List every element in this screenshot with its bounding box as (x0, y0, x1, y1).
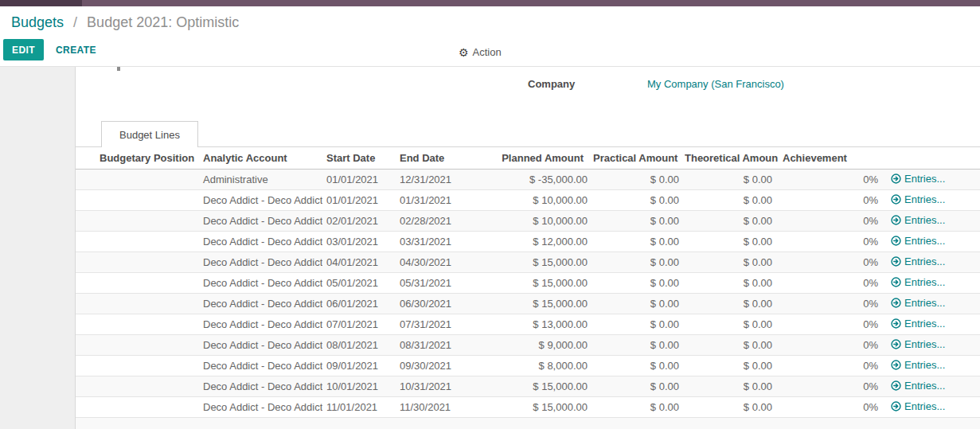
entries-link[interactable]: Entries... (891, 400, 945, 412)
cell-analytic-account[interactable]: Deco Addict - Deco Addict (199, 355, 322, 376)
cell-theoretical-amount[interactable]: $ 0.00 (685, 293, 778, 314)
cell-budgetary-position[interactable] (76, 210, 199, 231)
budget-line-row[interactable]: Deco Addict - Deco Addict 11/01/2021 11/… (76, 396, 980, 417)
entries-link[interactable]: Entries... (891, 235, 945, 247)
cell-theoretical-amount[interactable]: $ 0.00 (685, 231, 778, 252)
cell-start-date[interactable]: 06/01/2021 (322, 293, 396, 314)
cell-achievement[interactable] (778, 417, 884, 429)
cell-practical-amount[interactable]: $ 0.00 (593, 231, 685, 252)
cell-end-date[interactable]: 03/31/2021 (396, 231, 466, 252)
cell-achievement[interactable]: 0% (778, 272, 884, 293)
budget-line-row[interactable] (76, 417, 980, 429)
entries-link[interactable]: Entries... (891, 214, 945, 226)
entries-link[interactable]: Entries... (891, 255, 945, 267)
cell-budgetary-position[interactable] (76, 314, 199, 334)
cell-practical-amount[interactable]: $ 0.00 (593, 376, 685, 396)
cell-analytic-account[interactable]: Deco Addict - Deco Addict (199, 272, 322, 293)
cell-planned-amount[interactable]: $ 13,000.00 (466, 314, 593, 334)
entries-link[interactable]: Entries... (891, 173, 945, 185)
cell-theoretical-amount[interactable]: $ 0.00 (685, 189, 778, 210)
cell-theoretical-amount[interactable]: $ 0.00 (685, 314, 778, 334)
cell-analytic-account[interactable]: Deco Addict - Deco Addict (199, 231, 322, 252)
budget-line-row[interactable]: Deco Addict - Deco Addict 02/01/2021 02/… (76, 210, 980, 231)
cell-practical-amount[interactable]: $ 0.00 (593, 396, 685, 417)
cell-practical-amount[interactable]: $ 0.00 (593, 293, 685, 314)
entries-link[interactable]: Entries... (891, 338, 945, 350)
budget-line-row[interactable]: Deco Addict - Deco Addict 07/01/2021 07/… (76, 314, 980, 334)
cell-achievement[interactable]: 0% (778, 355, 884, 376)
cell-end-date[interactable]: 09/30/2021 (396, 355, 466, 376)
column-header-end-date[interactable]: End Date (396, 147, 466, 169)
cell-analytic-account[interactable]: Deco Addict - Deco Addict (199, 314, 322, 334)
cell-start-date[interactable]: 04/01/2021 (322, 252, 396, 272)
cell-start-date[interactable]: 01/01/2021 (322, 189, 396, 210)
cell-end-date[interactable]: 06/30/2021 (396, 293, 466, 314)
cell-practical-amount[interactable]: $ 0.00 (593, 189, 685, 210)
cell-budgetary-position[interactable] (76, 334, 199, 355)
cell-achievement[interactable]: 0% (778, 169, 884, 189)
budget-line-row[interactable]: Deco Addict - Deco Addict 05/01/2021 05/… (76, 272, 980, 293)
entries-link[interactable]: Entries... (891, 359, 945, 371)
cell-achievement[interactable]: 0% (778, 231, 884, 252)
action-menu-button[interactable]: ⚙ Action (459, 38, 502, 66)
cell-achievement[interactable]: 0% (778, 252, 884, 272)
cell-planned-amount[interactable]: $ 9,000.00 (466, 334, 593, 355)
budget-line-row[interactable]: Deco Addict - Deco Addict 09/01/2021 09/… (76, 355, 980, 376)
cell-practical-amount[interactable]: $ 0.00 (593, 355, 685, 376)
budget-line-row[interactable]: Administrative 01/01/2021 12/31/2021 $ -… (76, 169, 980, 189)
column-header-planned-amount[interactable]: Planned Amount (466, 147, 593, 169)
cell-practical-amount[interactable]: $ 0.00 (593, 210, 685, 231)
cell-analytic-account[interactable]: Deco Addict - Deco Addict (199, 252, 322, 272)
cell-planned-amount[interactable] (466, 417, 593, 429)
entries-link[interactable]: Entries... (891, 318, 945, 330)
cell-start-date[interactable]: 03/01/2021 (322, 231, 396, 252)
cell-end-date[interactable]: 10/31/2021 (396, 376, 466, 396)
cell-theoretical-amount[interactable]: $ 0.00 (685, 272, 778, 293)
entries-link[interactable]: Entries... (891, 193, 945, 205)
cell-budgetary-position[interactable] (76, 376, 199, 396)
cell-start-date[interactable]: 11/01/2021 (322, 396, 396, 417)
cell-planned-amount[interactable]: $ -35,000.00 (466, 169, 593, 189)
cell-theoretical-amount[interactable]: $ 0.00 (685, 252, 778, 272)
entries-link[interactable]: Entries... (891, 380, 945, 392)
cell-practical-amount[interactable] (593, 417, 685, 429)
cell-practical-amount[interactable]: $ 0.00 (593, 272, 685, 293)
cell-achievement[interactable]: 0% (778, 334, 884, 355)
cell-achievement[interactable]: 0% (778, 376, 884, 396)
cell-planned-amount[interactable]: $ 8,000.00 (466, 355, 593, 376)
cell-end-date[interactable]: 12/31/2021 (396, 169, 466, 189)
cell-planned-amount[interactable]: $ 15,000.00 (466, 272, 593, 293)
cell-theoretical-amount[interactable]: $ 0.00 (685, 169, 778, 189)
company-field-value-link[interactable]: My Company (San Francisco) (647, 78, 784, 90)
cell-achievement[interactable]: 0% (778, 210, 884, 231)
cell-start-date[interactable]: 08/01/2021 (322, 334, 396, 355)
cell-end-date[interactable] (396, 417, 466, 429)
create-button[interactable]: CREATE (53, 39, 100, 60)
edit-button[interactable]: EDIT (3, 39, 44, 60)
cell-end-date[interactable]: 07/31/2021 (396, 314, 466, 334)
cell-practical-amount[interactable]: $ 0.00 (593, 314, 685, 334)
cell-practical-amount[interactable]: $ 0.00 (593, 169, 685, 189)
cell-start-date[interactable] (322, 417, 396, 429)
cell-start-date[interactable]: 05/01/2021 (322, 272, 396, 293)
cell-achievement[interactable]: 0% (778, 314, 884, 334)
cell-budgetary-position[interactable] (76, 231, 199, 252)
cell-achievement[interactable]: 0% (778, 396, 884, 417)
budget-line-row[interactable]: Deco Addict - Deco Addict 03/01/2021 03/… (76, 231, 980, 252)
cell-end-date[interactable]: 02/28/2021 (396, 210, 466, 231)
budget-line-row[interactable]: Deco Addict - Deco Addict 08/01/2021 08/… (76, 334, 980, 355)
budget-line-row[interactable]: Deco Addict - Deco Addict 06/01/2021 06/… (76, 293, 980, 314)
breadcrumb-budgets-link[interactable]: Budgets (11, 14, 64, 30)
cell-theoretical-amount[interactable]: $ 0.00 (685, 376, 778, 396)
column-header-analytic-account[interactable]: Analytic Account (199, 147, 322, 169)
cell-start-date[interactable]: 02/01/2021 (322, 210, 396, 231)
entries-link[interactable]: Entries... (891, 276, 945, 288)
cell-start-date[interactable]: 01/01/2021 (322, 169, 396, 189)
cell-budgetary-position[interactable] (76, 417, 199, 429)
cell-analytic-account[interactable]: Deco Addict - Deco Addict (199, 376, 322, 396)
cell-budgetary-position[interactable] (76, 252, 199, 272)
cell-analytic-account[interactable]: Deco Addict - Deco Addict (199, 293, 322, 314)
cell-theoretical-amount[interactable]: $ 0.00 (685, 334, 778, 355)
cell-practical-amount[interactable]: $ 0.00 (593, 334, 685, 355)
column-header-achievement[interactable]: Achievement (778, 147, 884, 169)
